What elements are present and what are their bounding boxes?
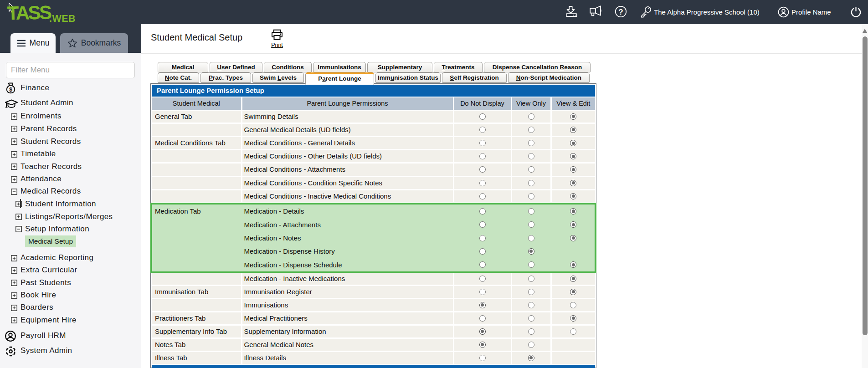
svg-text:.WEB: .WEB <box>49 13 76 24</box>
svg-text:$: $ <box>9 87 12 93</box>
svg-text:TASS: TASS <box>7 1 51 24</box>
svg-text:?: ? <box>618 7 623 16</box>
